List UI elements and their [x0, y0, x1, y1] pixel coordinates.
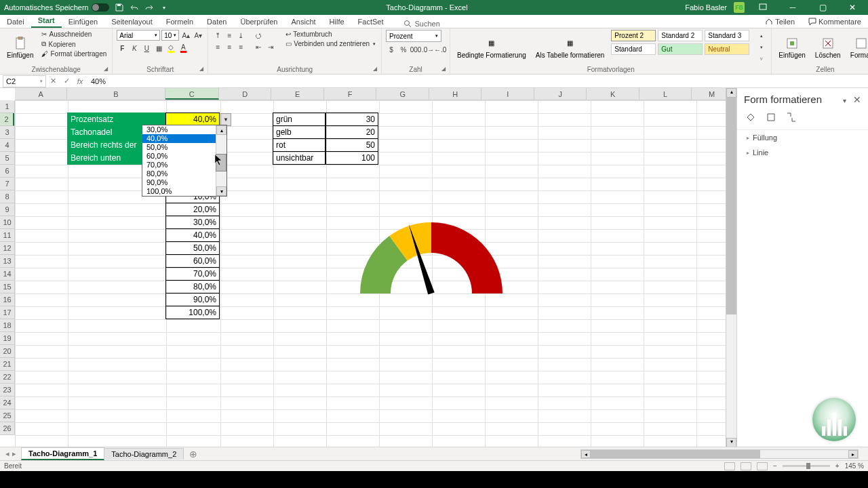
tab-ansicht[interactable]: Ansicht — [284, 16, 322, 28]
cancel-formula-icon[interactable]: ✕ — [46, 77, 60, 85]
paste-button[interactable]: Einfügen — [4, 30, 36, 65]
cell-C2[interactable]: 40,0% — [165, 113, 220, 126]
decrease-font-icon[interactable]: A▾ — [193, 30, 203, 41]
dd-scroll-up-icon[interactable]: ▴ — [216, 125, 226, 135]
formula-input[interactable]: 40% — [87, 77, 868, 85]
cell-C10[interactable]: 30,0% — [165, 216, 220, 229]
col-header-B[interactable]: B — [67, 88, 165, 100]
comments-button[interactable]: Kommentare — [802, 16, 868, 28]
number-format-select[interactable]: Prozent▾ — [386, 30, 441, 42]
col-header-A[interactable]: A — [15, 88, 67, 100]
cell-E3[interactable]: gelb — [273, 125, 326, 139]
styles-more-icon[interactable]: ▿ — [756, 54, 767, 64]
col-header-F[interactable]: F — [324, 88, 376, 100]
row-header-23[interactable]: 23 — [0, 384, 14, 396]
row-header-21[interactable]: 21 — [0, 358, 14, 371]
font-size-select[interactable]: 10▾ — [161, 30, 179, 41]
qat-dropdown-icon[interactable]: ▾ — [159, 3, 169, 12]
cell-F4[interactable]: 50 — [326, 138, 378, 152]
cell-C12[interactable]: 50,0% — [165, 241, 220, 255]
row-header-8[interactable]: 8 — [0, 190, 14, 203]
row-header-2[interactable]: 2 — [0, 113, 14, 126]
pane-item-linie[interactable]: Linie — [737, 145, 868, 160]
underline-button[interactable]: U — [141, 43, 152, 54]
normal-view-icon[interactable] — [724, 462, 735, 470]
cell-F2[interactable]: 30 — [326, 113, 378, 126]
row-header-26[interactable]: 26 — [0, 422, 14, 435]
row-header-19[interactable]: 19 — [0, 332, 14, 345]
tab-daten[interactable]: Daten — [200, 16, 233, 28]
ribbon-display-icon[interactable] — [751, 3, 774, 12]
pane-close-icon[interactable]: ✕ — [853, 94, 861, 105]
page-layout-view-icon[interactable] — [741, 462, 751, 470]
align-bottom-icon[interactable]: ⤓ — [235, 30, 246, 41]
bold-button[interactable]: F — [117, 43, 127, 54]
format-painter-button[interactable]: 🖌Format übertragen — [40, 49, 108, 58]
enter-formula-icon[interactable]: ✓ — [60, 77, 73, 85]
vertical-scrollbar[interactable]: ▴ ▾ — [726, 88, 736, 447]
hscroll-thumb[interactable] — [591, 450, 760, 458]
row-header-9[interactable]: 9 — [0, 203, 14, 216]
fx-icon[interactable]: fx — [73, 77, 87, 85]
sheet-tab-1[interactable]: Tacho-Diagramm_1 — [21, 447, 104, 460]
accounting-button[interactable]: $ — [386, 44, 397, 55]
cell-E4[interactable]: rot — [273, 138, 326, 152]
add-sheet-icon[interactable]: ⊕ — [184, 449, 203, 460]
format-cells-button[interactable]: Format — [848, 30, 868, 65]
row-header-4[interactable]: 4 — [0, 139, 14, 152]
row-header-14[interactable]: 14 — [0, 268, 14, 281]
user-avatar[interactable]: FB — [734, 2, 745, 13]
dd-scroll-down-icon[interactable]: ▾ — [216, 186, 226, 196]
row-header-18[interactable]: 18 — [0, 319, 14, 332]
minimize-icon[interactable]: ─ — [781, 3, 804, 12]
col-header-E[interactable]: E — [271, 88, 323, 100]
row-header-6[interactable]: 6 — [0, 165, 14, 178]
name-box[interactable]: C2▾ — [3, 75, 46, 87]
align-center-icon[interactable]: ≡ — [224, 41, 235, 52]
decrease-decimal-icon[interactable]: ←.0 — [435, 44, 446, 55]
merge-center-button[interactable]: ▭Verbinden und zentrieren▾ — [284, 39, 377, 48]
pane-dropdown-icon[interactable]: ▾ — [843, 97, 846, 104]
cut-button[interactable]: ✂Ausschneiden — [40, 30, 108, 39]
italic-button[interactable]: K — [129, 43, 140, 54]
sheet-nav-next-icon[interactable]: ▸ — [12, 449, 16, 458]
col-header-J[interactable]: J — [534, 88, 587, 100]
cell-C13[interactable]: 60,0% — [165, 254, 220, 268]
cell-C15[interactable]: 80,0% — [165, 280, 220, 293]
zoom-slider[interactable] — [783, 465, 830, 467]
row-header-10[interactable]: 10 — [0, 216, 14, 229]
worksheet-grid[interactable]: ABCDEFGHIJKLM 12345678910111213141516171… — [0, 88, 868, 447]
tab-ueberpruefen[interactable]: Überprüfen — [233, 16, 284, 28]
redo-icon[interactable] — [144, 3, 154, 12]
col-header-K[interactable]: K — [587, 88, 639, 100]
horizontal-scrollbar[interactable]: ◂ ▸ — [580, 449, 859, 459]
user-name[interactable]: Fabio Basler — [685, 3, 727, 12]
cell-E2[interactable]: grün — [273, 113, 326, 126]
zoom-level[interactable]: 145 % — [845, 462, 864, 470]
decrease-indent-icon[interactable]: ⇤ — [253, 41, 264, 52]
row-header-15[interactable]: 15 — [0, 281, 14, 293]
copy-button[interactable]: ⧉Kopieren — [40, 39, 108, 49]
styles-up-icon[interactable]: ▴ — [756, 30, 767, 41]
dropdown-option-5[interactable]: 80,0% — [142, 169, 226, 178]
row-header-13[interactable]: 13 — [0, 255, 14, 268]
tab-start[interactable]: Start — [31, 14, 62, 28]
format-as-table-button[interactable]: ▦Als Tabelle formatieren — [533, 30, 608, 65]
tab-hilfe[interactable]: Hilfe — [323, 16, 351, 28]
row-header-22[interactable]: 22 — [0, 371, 14, 384]
delete-cells-button[interactable]: Löschen — [812, 30, 844, 65]
style-standard[interactable]: Standard — [611, 43, 656, 55]
clipboard-launcher-icon[interactable]: ◢ — [104, 66, 111, 73]
dropdown-option-1[interactable]: 40,0% — [142, 134, 226, 143]
conditional-formatting-button[interactable]: ▦Bedingte Formatierung — [454, 30, 529, 65]
tell-me-search[interactable]: Suchen — [403, 20, 439, 28]
dropdown-option-0[interactable]: 30,0% — [142, 125, 226, 134]
dd-scroll-thumb[interactable] — [216, 154, 226, 171]
row-header-1[interactable]: 1 — [0, 100, 14, 113]
insert-cells-button[interactable]: Einfügen — [776, 30, 808, 65]
increase-indent-icon[interactable]: ⇥ — [265, 41, 276, 52]
orientation-button[interactable]: ⭯ — [253, 30, 264, 41]
style-gut[interactable]: Gut — [658, 43, 703, 55]
validation-dropdown[interactable]: 30,0%40,0%50,0%60,0%70,0%80,0%90,0%100,0… — [142, 125, 227, 197]
style-neutral[interactable]: Neutral — [705, 43, 749, 55]
